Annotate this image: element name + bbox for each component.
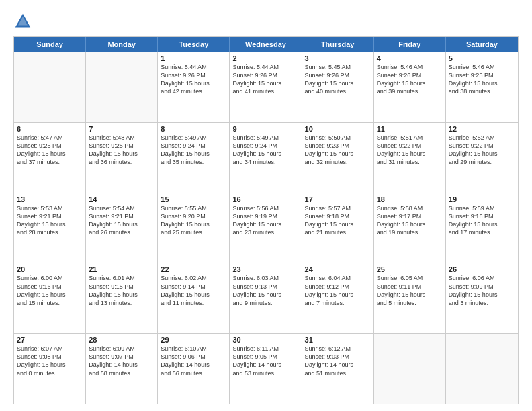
calendar-cell: 18Sunrise: 5:58 AM Sunset: 9:17 PM Dayli… [374, 193, 446, 263]
day-number: 7 [89, 125, 154, 133]
calendar-cell [14, 52, 86, 122]
day-info: Sunrise: 5:52 AM Sunset: 9:22 PM Dayligh… [449, 134, 515, 167]
calendar-cell: 22Sunrise: 6:02 AM Sunset: 9:14 PM Dayli… [158, 263, 230, 333]
day-info: Sunrise: 6:12 AM Sunset: 9:03 PM Dayligh… [305, 345, 371, 377]
day-info: Sunrise: 5:49 AM Sunset: 9:24 PM Dayligh… [232, 134, 298, 167]
calendar-cell: 25Sunrise: 6:05 AM Sunset: 9:11 PM Dayli… [374, 263, 446, 333]
calendar-day-header: Sunday [14, 37, 86, 52]
calendar-week: 27Sunrise: 6:07 AM Sunset: 9:08 PM Dayli… [14, 333, 518, 404]
calendar-cell: 9Sunrise: 5:49 AM Sunset: 9:24 PM Daylig… [230, 123, 302, 193]
calendar-cell: 26Sunrise: 6:06 AM Sunset: 9:09 PM Dayli… [446, 263, 518, 333]
day-number: 18 [377, 195, 443, 203]
day-info: Sunrise: 5:56 AM Sunset: 9:19 PM Dayligh… [232, 204, 298, 237]
day-number: 25 [377, 265, 443, 273]
day-number: 12 [449, 125, 515, 133]
day-info: Sunrise: 6:02 AM Sunset: 9:14 PM Dayligh… [161, 274, 226, 307]
calendar-day-header: Thursday [302, 37, 374, 52]
calendar-cell [374, 334, 446, 404]
day-number: 17 [305, 195, 371, 203]
day-info: Sunrise: 6:00 AM Sunset: 9:16 PM Dayligh… [17, 274, 83, 307]
day-info: Sunrise: 6:09 AM Sunset: 9:07 PM Dayligh… [89, 345, 154, 377]
day-number: 30 [232, 336, 298, 344]
calendar-cell: 20Sunrise: 6:00 AM Sunset: 9:16 PM Dayli… [14, 263, 86, 333]
calendar-cell: 31Sunrise: 6:12 AM Sunset: 9:03 PM Dayli… [302, 334, 374, 404]
day-info: Sunrise: 6:11 AM Sunset: 9:05 PM Dayligh… [232, 345, 298, 377]
calendar-day-header: Monday [86, 37, 158, 52]
day-number: 31 [305, 336, 371, 344]
page: SundayMondayTuesdayWednesdayThursdayFrid… [0, 0, 532, 411]
calendar-cell: 21Sunrise: 6:01 AM Sunset: 9:15 PM Dayli… [86, 263, 158, 333]
calendar-cell: 11Sunrise: 5:51 AM Sunset: 9:22 PM Dayli… [374, 123, 446, 193]
calendar-day-header: Wednesday [230, 37, 302, 52]
calendar-day-header: Saturday [446, 37, 518, 52]
day-info: Sunrise: 5:46 AM Sunset: 9:25 PM Dayligh… [449, 63, 515, 96]
logo [13, 12, 35, 31]
calendar-cell: 13Sunrise: 5:53 AM Sunset: 9:21 PM Dayli… [14, 193, 86, 263]
day-info: Sunrise: 6:10 AM Sunset: 9:06 PM Dayligh… [161, 345, 226, 377]
calendar-week: 13Sunrise: 5:53 AM Sunset: 9:21 PM Dayli… [14, 193, 518, 263]
day-info: Sunrise: 6:06 AM Sunset: 9:09 PM Dayligh… [449, 274, 515, 307]
calendar-body: 1Sunrise: 5:44 AM Sunset: 9:26 PM Daylig… [14, 52, 518, 404]
day-number: 11 [377, 125, 443, 133]
day-number: 8 [161, 125, 226, 133]
day-info: Sunrise: 5:54 AM Sunset: 9:21 PM Dayligh… [89, 204, 154, 237]
logo-icon [13, 12, 32, 31]
calendar-cell: 17Sunrise: 5:57 AM Sunset: 9:18 PM Dayli… [302, 193, 374, 263]
day-info: Sunrise: 5:57 AM Sunset: 9:18 PM Dayligh… [305, 204, 371, 237]
calendar-cell: 10Sunrise: 5:50 AM Sunset: 9:23 PM Dayli… [302, 123, 374, 193]
day-number: 28 [89, 336, 154, 344]
day-number: 21 [89, 265, 154, 273]
calendar-cell: 4Sunrise: 5:46 AM Sunset: 9:26 PM Daylig… [374, 52, 446, 122]
day-info: Sunrise: 5:51 AM Sunset: 9:22 PM Dayligh… [377, 134, 443, 167]
calendar-week: 20Sunrise: 6:00 AM Sunset: 9:16 PM Dayli… [14, 263, 518, 333]
calendar-day-header: Tuesday [158, 37, 230, 52]
day-number: 27 [17, 336, 83, 344]
calendar-cell: 24Sunrise: 6:04 AM Sunset: 9:12 PM Dayli… [302, 263, 374, 333]
calendar-cell: 1Sunrise: 5:44 AM Sunset: 9:26 PM Daylig… [158, 52, 230, 122]
calendar-cell: 14Sunrise: 5:54 AM Sunset: 9:21 PM Dayli… [86, 193, 158, 263]
calendar-cell: 29Sunrise: 6:10 AM Sunset: 9:06 PM Dayli… [158, 334, 230, 404]
calendar-cell: 12Sunrise: 5:52 AM Sunset: 9:22 PM Dayli… [446, 123, 518, 193]
day-info: Sunrise: 5:45 AM Sunset: 9:26 PM Dayligh… [305, 63, 371, 96]
calendar-week: 6Sunrise: 5:47 AM Sunset: 9:25 PM Daylig… [14, 122, 518, 193]
day-number: 26 [449, 265, 515, 273]
calendar-header: SundayMondayTuesdayWednesdayThursdayFrid… [14, 37, 518, 52]
calendar-week: 1Sunrise: 5:44 AM Sunset: 9:26 PM Daylig… [14, 52, 518, 122]
calendar-day-header: Friday [374, 37, 446, 52]
day-number: 16 [232, 195, 298, 203]
day-info: Sunrise: 5:53 AM Sunset: 9:21 PM Dayligh… [17, 204, 83, 237]
calendar-cell: 7Sunrise: 5:48 AM Sunset: 9:25 PM Daylig… [86, 123, 158, 193]
day-number: 15 [161, 195, 226, 203]
day-info: Sunrise: 6:03 AM Sunset: 9:13 PM Dayligh… [232, 274, 298, 307]
day-info: Sunrise: 5:44 AM Sunset: 9:26 PM Dayligh… [232, 63, 298, 96]
day-number: 2 [232, 54, 298, 62]
calendar-cell: 2Sunrise: 5:44 AM Sunset: 9:26 PM Daylig… [230, 52, 302, 122]
calendar-cell [86, 52, 158, 122]
calendar-cell: 30Sunrise: 6:11 AM Sunset: 9:05 PM Dayli… [230, 334, 302, 404]
day-number: 10 [305, 125, 371, 133]
day-number: 5 [449, 54, 515, 62]
day-number: 1 [161, 54, 226, 62]
day-info: Sunrise: 5:48 AM Sunset: 9:25 PM Dayligh… [89, 134, 154, 167]
day-number: 9 [232, 125, 298, 133]
day-info: Sunrise: 6:04 AM Sunset: 9:12 PM Dayligh… [305, 274, 371, 307]
day-info: Sunrise: 5:49 AM Sunset: 9:24 PM Dayligh… [161, 134, 226, 167]
calendar-cell: 27Sunrise: 6:07 AM Sunset: 9:08 PM Dayli… [14, 334, 86, 404]
day-number: 3 [305, 54, 371, 62]
day-info: Sunrise: 5:55 AM Sunset: 9:20 PM Dayligh… [161, 204, 226, 237]
day-number: 6 [17, 125, 83, 133]
day-number: 14 [89, 195, 154, 203]
calendar-cell: 19Sunrise: 5:59 AM Sunset: 9:16 PM Dayli… [446, 193, 518, 263]
header [13, 12, 519, 31]
day-number: 23 [232, 265, 298, 273]
day-number: 19 [449, 195, 515, 203]
day-info: Sunrise: 5:47 AM Sunset: 9:25 PM Dayligh… [17, 134, 83, 167]
calendar-cell: 3Sunrise: 5:45 AM Sunset: 9:26 PM Daylig… [302, 52, 374, 122]
day-number: 29 [161, 336, 226, 344]
day-number: 22 [161, 265, 226, 273]
day-info: Sunrise: 6:01 AM Sunset: 9:15 PM Dayligh… [89, 274, 154, 307]
calendar-cell: 15Sunrise: 5:55 AM Sunset: 9:20 PM Dayli… [158, 193, 230, 263]
calendar-cell: 5Sunrise: 5:46 AM Sunset: 9:25 PM Daylig… [446, 52, 518, 122]
day-info: Sunrise: 6:07 AM Sunset: 9:08 PM Dayligh… [17, 345, 83, 377]
day-number: 20 [17, 265, 83, 273]
